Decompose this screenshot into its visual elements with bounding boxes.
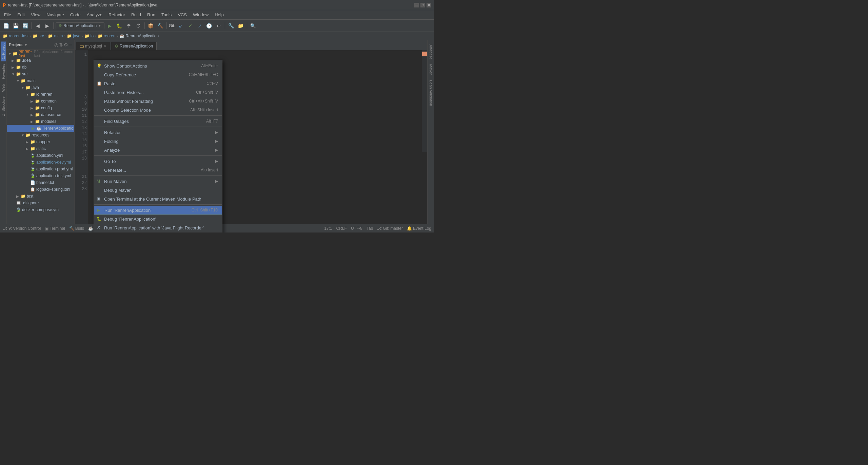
panel-minimize-button[interactable]: ─ [69,42,72,48]
status-position[interactable]: 17:1 [324,226,332,231]
right-tab-database[interactable]: Database [428,41,434,61]
menu-window[interactable]: Window [190,11,211,19]
panel-dropdown-icon[interactable]: ▼ [24,43,28,47]
menu-tools[interactable]: Tools [159,11,174,19]
tree-item-java[interactable]: ▼ 📁 java [7,84,74,91]
sidebar-tab-web[interactable]: Web [1,82,6,94]
ctx-run-jfr[interactable]: ⏱ Run 'RenrenApplication' with 'Java Fli… [94,223,222,232]
ctx-folding[interactable]: Folding ▶ [94,137,222,146]
git-commit-button[interactable]: ✔ [186,22,194,30]
ctx-column-selection[interactable]: Column Selection Mode Alt+Shift+Insert [94,106,222,114]
menu-analyze[interactable]: Analyze [84,11,105,19]
git-push-button[interactable]: ↗ [196,22,204,30]
breadcrumb-root[interactable]: 📁 renren-fast [3,34,28,38]
panel-collapse-button[interactable]: ⇅ [59,42,63,48]
tree-item-renrenapp[interactable]: ▶ ☕ RenrenApplication [7,125,74,132]
ctx-analyze[interactable]: Analyze ▶ [94,146,222,154]
sidebar-tab-favorites[interactable]: Favorites [1,62,6,81]
panel-locate-button[interactable]: ◎ [54,42,58,48]
search-everywhere-button[interactable]: 🔍 [249,22,257,30]
settings-button[interactable]: 🔧 [227,22,235,30]
menu-edit[interactable]: Edit [15,11,27,19]
right-tab-beanval[interactable]: Bean Validation [428,78,434,108]
sidebar-tab-structure[interactable]: Z: Structure [1,94,6,118]
tree-item-resources[interactable]: ▼ 📁 resources [7,132,74,138]
tree-item-banner[interactable]: 📄 banner.txt [7,179,74,186]
sync-button[interactable]: 🔄 [21,22,29,30]
run-button[interactable]: ▶ [106,22,114,30]
maximize-button[interactable]: □ [420,3,425,7]
close-button[interactable]: ✕ [427,3,431,7]
ctx-show-context-actions[interactable]: 💡 Show Context Actions Alt+Enter [94,61,222,70]
menu-refactor[interactable]: Refactor [106,11,128,19]
tree-item-appdevyml[interactable]: 🍃 application-dev.yml [7,159,74,166]
tree-item-datasource[interactable]: ▶ 📁 datasource [7,111,74,118]
menu-file[interactable]: File [1,11,14,19]
menu-navigate[interactable]: Navigate [44,11,66,19]
debug-button[interactable]: 🐛 [115,22,123,30]
status-version-control[interactable]: ⎇ 9: Version Control [3,226,41,231]
sdk-button[interactable]: 📦 [147,22,155,30]
coverage-button[interactable]: ☂ [125,22,133,30]
tree-item-idea[interactable]: ▶ 📁 .idea [7,57,74,64]
sidebar-tab-project[interactable]: 1: Project [1,41,6,61]
tree-item-gitignore[interactable]: 🔲 .gitignore [7,200,74,206]
tree-item-config[interactable]: ▶ 📁 config [7,105,74,111]
ctx-copy-reference[interactable]: Copy Reference Ctrl+Alt+Shift+C [94,70,222,79]
git-rollback-button[interactable]: ↩ [215,22,223,30]
tree-item-appyml[interactable]: 🍃 application.yml [7,152,74,159]
breadcrumb-renren[interactable]: 📁 renren [98,34,116,38]
right-tab-maven[interactable]: Maven [428,62,434,77]
git-history-button[interactable]: 🕐 [205,22,213,30]
git-update-button[interactable]: ↙ [177,22,185,30]
breadcrumb-main[interactable]: 📁 main [48,34,63,38]
breadcrumb-src[interactable]: 📁 src [33,34,44,38]
run-config-selector[interactable]: ⚙ RenrenApplication ▼ [56,22,104,29]
tree-item-modules[interactable]: ▶ 📁 modules [7,118,74,125]
status-crlf[interactable]: CRLF [336,226,347,231]
ctx-run-maven[interactable]: M Run Maven ▶ [94,177,222,186]
menu-view[interactable]: View [28,11,43,19]
tree-item-iorenren[interactable]: ▼ 📁 io.renren [7,91,74,98]
panel-settings-button[interactable]: ⚙ [64,42,68,48]
status-terminal[interactable]: ▣ Terminal [45,226,65,231]
tree-item-src[interactable]: ▼ 📁 src [7,71,74,77]
status-build[interactable]: 🔨 Build [69,226,84,231]
editor-tab-renren[interactable]: ⚙ RenrenApplication [111,42,157,50]
tree-item-root[interactable]: ▼ 📁 renren-fast F:\project\renren\renren… [7,50,74,57]
profiler-button[interactable]: ⏱ [134,22,142,30]
ctx-run-renrenapp[interactable]: ▶ Run 'RenrenApplication' Ctrl+Shift+F10 [94,206,222,215]
tree-item-test[interactable]: ▶ 📁 test [7,193,74,200]
menu-run[interactable]: Run [144,11,158,19]
breadcrumb-java[interactable]: 📁 java [67,34,80,38]
breadcrumb-file[interactable]: ☕ RenrenApplication [119,34,159,38]
ctx-goto[interactable]: Go To ▶ [94,157,222,166]
tree-item-db[interactable]: ▶ 📁 db [7,64,74,71]
status-file-encoding[interactable]: UTF-8 [351,226,362,231]
minimize-button[interactable]: ─ [414,3,419,7]
status-git-branch[interactable]: ⎇ Git: master [377,226,403,231]
forward-button[interactable]: ▶ [43,22,51,30]
tree-item-docker[interactable]: 🍃 docker-compose.yml [7,206,74,213]
back-button[interactable]: ◀ [34,22,42,30]
tree-item-appprod[interactable]: 🍃 application-prod.yml [7,166,74,172]
new-file-button[interactable]: 📄 [2,22,10,30]
ctx-generate[interactable]: Generate... Alt+Insert [94,166,222,174]
ctx-debug-renrenapp[interactable]: 🐛 Debug 'RenrenApplication' [94,215,222,223]
tree-item-main[interactable]: ▼ 📁 main [7,77,74,84]
tree-item-apptest[interactable]: 🍃 application-test.yml [7,172,74,179]
menu-vcs[interactable]: VCS [175,11,190,19]
build-artifacts-button[interactable]: 🔨 [156,22,164,30]
tab-close-mysql[interactable]: ✕ [103,44,106,48]
ctx-refactor[interactable]: Refactor ▶ [94,128,222,137]
status-indent[interactable]: Tab [367,226,373,231]
ctx-paste-history[interactable]: Paste from History... Ctrl+Shift+V [94,88,222,97]
ctx-open-terminal-maven[interactable]: ▣ Open Terminal at the Current Maven Mod… [94,194,222,203]
menu-code[interactable]: Code [67,11,83,19]
editor-tab-mysql[interactable]: 🗃 mysql.sql ✕ [76,42,110,50]
tree-item-mapper[interactable]: ▶ 📁 mapper [7,138,74,145]
menu-build[interactable]: Build [129,11,144,19]
tree-item-common[interactable]: ▶ 📁 common [7,98,74,105]
status-event-log[interactable]: 🔔 Event Log [407,226,431,231]
save-button[interactable]: 💾 [12,22,20,30]
